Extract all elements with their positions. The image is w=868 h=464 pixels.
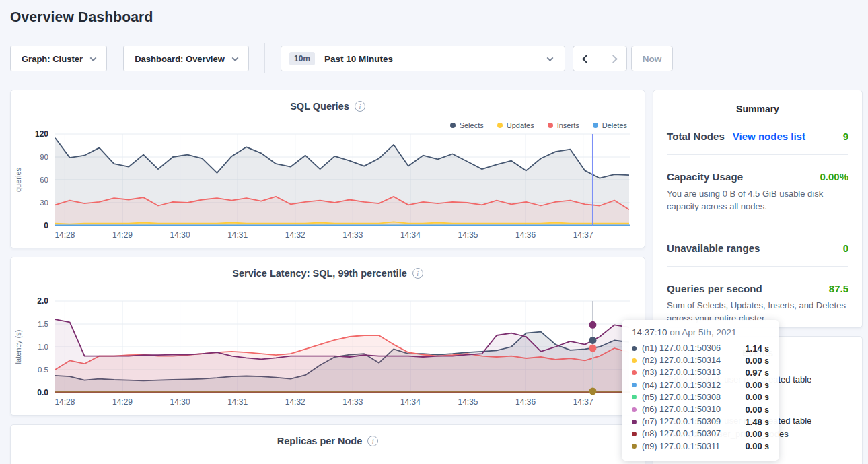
chevron-right-icon [609,55,618,63]
tooltip-row: (n7) 127.0.0.1:503091.48 s [632,416,769,428]
summary-panel: Summary Total Nodes View nodes list 9 Ca… [653,90,863,328]
tooltip-row: (n8) 127.0.0.1:503070.00 s [632,428,769,440]
legend-dot-icon [593,123,598,128]
x-tick-label: 14:37 [573,230,593,240]
time-range-picker[interactable]: 10m Past 10 Minutes [281,46,565,71]
x-tick-label: 14:36 [515,230,536,240]
view-nodes-list-link[interactable]: View nodes list [733,131,805,142]
sql-queries-chart-card: SQL Queries i SelectsUpdatesInsertsDelet… [10,90,645,248]
x-tick-label: 14:28 [55,397,75,407]
tooltip-node-label: (n3) 127.0.0.1:50313 [642,368,721,377]
x-tick-label: 14:29 [112,230,133,240]
x-tick-label: 14:35 [458,230,478,240]
overview-dashboard-page: Overview Dashboard Graph: Cluster Dashbo… [0,0,868,464]
series-dot-icon [632,407,637,412]
series-dot-icon [632,444,637,449]
graph-dropdown[interactable]: Graph: Cluster [10,46,107,71]
x-tick-label: 14:35 [458,397,478,407]
tooltip-node-value: 0.00 s [745,441,769,451]
info-icon[interactable]: i [367,436,378,446]
chart-canvas[interactable]: latency (s) 14:2814:2914:3014:3114:3214:… [55,301,630,393]
x-tick-label: 14:37 [573,397,593,407]
tooltip-row: (n6) 127.0.0.1:503100.00 s [632,403,769,416]
legend-item[interactable]: Updates [497,121,534,129]
x-tick-label: 14:34 [400,397,421,407]
tooltip-row: (n3) 127.0.0.1:503130.97 s [632,366,769,378]
y-tick-label: 1.0 [38,343,55,351]
info-icon[interactable]: i [412,268,423,279]
unavailable-ranges-value: 0 [843,242,848,254]
x-tick-label: 14:33 [342,397,363,407]
chart-legend: SelectsUpdatesInsertsDeletes [450,121,627,129]
legend-label: Updates [507,121,534,129]
x-tick-label: 14:32 [285,397,305,407]
time-window-badge: 10m [289,52,315,65]
graph-dropdown-label: Graph: Cluster [22,54,83,64]
legend-dot-icon [548,123,553,128]
page-title: Overview Dashboard [10,9,153,25]
y-axis-title: latency (s) [13,301,24,393]
summary-row-capacity: Capacity Usage 0.00% [667,171,848,183]
legend-item[interactable]: Selects [450,121,484,129]
x-tick-label: 14:31 [227,397,248,407]
time-next-button[interactable] [600,46,626,71]
hover-dot [589,345,596,352]
unavailable-ranges-label: Unavailable ranges [667,242,760,254]
chart-title: SQL Queries [290,101,349,112]
tooltip-node-value: 0.00 s [745,405,769,415]
x-tick-label: 14:34 [400,230,421,240]
time-prev-button[interactable] [573,46,600,71]
legend-dot-icon [450,123,456,128]
chart-svg [55,301,630,393]
summary-row-unavailable-ranges: Unavailable ranges 0 [667,242,848,254]
legend-label: Selects [460,121,484,129]
chart-title: Service Latency: SQL, 99th percentile [232,268,407,279]
time-window-label: Past 10 Minutes [324,54,393,64]
series-dot-icon [632,346,637,351]
divider [667,266,848,267]
tooltip-node-label: (n9) 127.0.0.1:50311 [642,442,720,451]
tooltip-node-value: 0.00 s [745,392,769,402]
series-dot-icon [632,358,637,363]
now-button[interactable]: Now [631,46,673,71]
x-tick-label: 14:30 [170,230,190,240]
info-icon[interactable]: i [355,101,365,112]
replicas-chart-card: Replicas per Node i [10,424,645,464]
tooltip-node-value: 0.00 s [745,429,769,439]
y-tick-label: 0.5 [38,366,55,374]
toolbar-divider [264,43,265,73]
y-axis-title: queries [13,134,24,226]
tooltip-node-label: (n7) 127.0.0.1:50309 [642,417,721,426]
hover-dot [589,321,596,329]
tooltip-row: (n5) 127.0.0.1:503080.00 s [632,391,769,403]
y-tick-label: 120 [35,129,55,139]
capacity-usage-value: 0.00% [820,171,848,183]
chevron-left-icon [582,55,591,63]
x-tick-label: 14:29 [112,397,133,407]
legend-dot-icon [497,123,503,128]
tooltip-node-value: 1.14 s [745,343,769,354]
legend-label: Inserts [557,121,579,129]
dashboard-dropdown[interactable]: Dashboard: Overview [123,46,249,71]
x-tick-label: 14:32 [285,230,305,240]
y-tick-label: 0.0 [37,388,55,397]
summary-title: Summary [653,90,862,114]
chevron-down-icon [231,55,238,61]
chart-canvas[interactable]: queries 14:2814:2914:3014:3114:3214:3314… [55,134,630,226]
summary-row-total-nodes: Total Nodes View nodes list 9 [667,131,848,142]
series-dot-icon [632,383,637,387]
tooltip-rows: (n1) 127.0.0.1:503061.14 s(n2) 127.0.0.1… [632,342,769,453]
capacity-usage-caption: You are using 0 B of 4.5 GiB usable disk… [667,188,848,213]
chart-svg [55,134,630,226]
x-tick-label: 14:33 [342,230,363,240]
chart-hover-tooltip: 14:37:10 on Apr 5th, 2021 (n1) 127.0.0.1… [622,320,779,461]
service-latency-chart-card: Service Latency: SQL, 99th percentile i … [10,257,645,416]
series-dot-icon [632,370,637,375]
legend-item[interactable]: Deletes [593,121,627,129]
legend-item[interactable]: Inserts [548,121,579,129]
qps-value: 87.5 [829,283,848,294]
tooltip-node-label: (n6) 127.0.0.1:50310 [642,405,721,414]
y-tick-label: 1.5 [38,320,55,328]
y-tick-label: 0 [44,221,55,230]
tooltip-row: (n9) 127.0.0.1:503110.00 s [632,440,769,453]
